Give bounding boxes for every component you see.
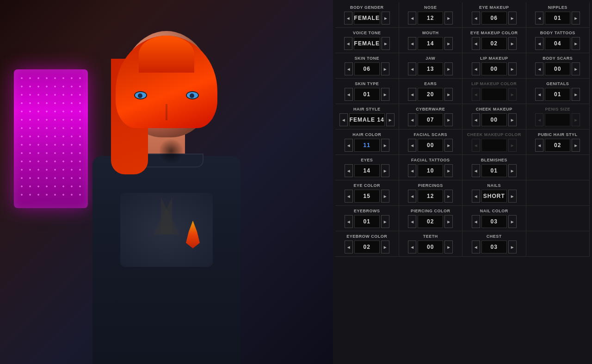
attr-btn-left-5-1[interactable]: ◄ xyxy=(408,139,416,152)
attr-label-1-0: VOICE TONE xyxy=(337,31,397,35)
attr-btn-right-9-2[interactable]: ► xyxy=(508,241,517,253)
attr-btn-right-8-2[interactable]: ► xyxy=(508,215,517,228)
attr-btn-left-3-2: ◄ xyxy=(472,88,480,101)
character-model xyxy=(69,17,264,364)
attr-btn-left-2-2[interactable]: ◄ xyxy=(472,62,480,75)
attr-label-4-2: CHEEK MAKEUP xyxy=(464,107,524,111)
attr-btn-left-0-2[interactable]: ◄ xyxy=(472,12,480,25)
attr-control-4-1: ◄07► xyxy=(401,113,461,126)
attr-btn-left-1-3[interactable]: ◄ xyxy=(535,37,543,50)
attr-cell-8-2: NAIL COLOR◄03► xyxy=(462,206,526,231)
attr-btn-left-8-1[interactable]: ◄ xyxy=(408,215,416,228)
char-neck-tattoo xyxy=(160,137,183,165)
attr-btn-right-8-1[interactable]: ► xyxy=(444,215,453,228)
attr-btn-left-4-0[interactable]: ◄ xyxy=(339,113,348,126)
attr-btn-left-3-3[interactable]: ◄ xyxy=(535,88,543,101)
attr-btn-left-9-2[interactable]: ◄ xyxy=(472,241,480,253)
attr-btn-left-1-1[interactable]: ◄ xyxy=(408,37,416,50)
attr-btn-left-2-3[interactable]: ◄ xyxy=(535,62,543,75)
attr-control-4-0: ◄FEMALE 14► xyxy=(337,113,397,126)
attr-control-5-0: ◄11► xyxy=(337,139,397,152)
attr-btn-right-4-0[interactable]: ► xyxy=(386,113,395,126)
attr-btn-right-5-1[interactable]: ► xyxy=(444,139,453,152)
attr-btn-right-7-2[interactable]: ► xyxy=(508,190,517,203)
attr-btn-right-1-0[interactable]: ► xyxy=(382,37,390,50)
attr-btn-left-2-1[interactable]: ◄ xyxy=(408,62,416,75)
attr-cell-4-3: PENIS SIZE◄► xyxy=(526,104,590,130)
attr-control-0-2: ◄06► xyxy=(464,12,524,25)
attr-btn-left-7-1[interactable]: ◄ xyxy=(408,190,416,203)
attr-btn-left-9-1[interactable]: ◄ xyxy=(408,241,416,253)
attr-btn-right-9-0[interactable]: ► xyxy=(381,241,389,253)
character-view xyxy=(0,0,333,364)
attr-btn-left-6-0[interactable]: ◄ xyxy=(345,164,353,177)
scene-background xyxy=(0,0,333,364)
attr-btn-left-3-0[interactable]: ◄ xyxy=(345,88,353,101)
attr-btn-left-0-1[interactable]: ◄ xyxy=(408,12,416,25)
attr-btn-right-0-3[interactable]: ► xyxy=(572,12,580,25)
attr-btn-right-0-1[interactable]: ► xyxy=(444,12,453,25)
char-eye-left xyxy=(134,91,147,99)
attr-label-4-0: HAIR STYLE xyxy=(337,107,397,111)
attr-btn-left-1-2[interactable]: ◄ xyxy=(472,37,480,50)
attr-btn-left-5-3[interactable]: ◄ xyxy=(535,139,543,152)
attr-cell-2-2: LIP MAKEUP◄00► xyxy=(462,53,526,79)
char-head xyxy=(120,31,213,137)
attr-btn-left-1-0[interactable]: ◄ xyxy=(344,37,352,50)
attr-btn-right-2-0[interactable]: ► xyxy=(381,62,389,75)
attr-cell-7-2: NAILS◄SHORT► xyxy=(462,180,526,206)
attr-value-6-0: 14 xyxy=(354,164,380,177)
attr-btn-right-1-1[interactable]: ► xyxy=(444,37,453,50)
attr-value-2-2: 00 xyxy=(481,62,507,75)
attr-label-0-3: NIPPLES xyxy=(528,5,588,10)
attr-btn-right-2-3[interactable]: ► xyxy=(572,62,580,75)
attr-btn-left-0-3[interactable]: ◄ xyxy=(535,12,543,25)
attr-btn-right-1-3[interactable]: ► xyxy=(572,37,580,50)
attr-btn-right-2-1[interactable]: ► xyxy=(444,62,453,75)
attr-btn-left-8-0[interactable]: ◄ xyxy=(345,215,353,228)
attr-btn-right-6-1[interactable]: ► xyxy=(444,164,453,177)
attr-value-2-1: 13 xyxy=(418,62,443,75)
attr-btn-right-3-1[interactable]: ► xyxy=(444,88,453,101)
attr-btn-left-3-1[interactable]: ◄ xyxy=(408,88,416,101)
attr-label-6-0: EYES xyxy=(337,158,397,162)
attr-btn-left-0-0[interactable]: ◄ xyxy=(344,12,352,25)
attr-btn-left-7-2[interactable]: ◄ xyxy=(472,190,480,203)
attr-value-0-1: 12 xyxy=(418,12,443,25)
attr-btn-right-4-3: ► xyxy=(572,113,580,126)
attr-btn-left-4-1[interactable]: ◄ xyxy=(408,113,416,126)
attr-btn-right-0-2[interactable]: ► xyxy=(508,12,517,25)
attr-control-2-2: ◄00► xyxy=(464,62,524,75)
attr-btn-left-6-2[interactable]: ◄ xyxy=(472,164,480,177)
attr-label-0-0: BODY GENDER xyxy=(337,5,397,10)
attr-btn-left-9-0[interactable]: ◄ xyxy=(345,241,353,253)
attr-btn-right-5-0[interactable]: ► xyxy=(381,139,389,152)
attr-control-1-1: ◄14► xyxy=(401,37,461,50)
attr-btn-left-2-0[interactable]: ◄ xyxy=(345,62,353,75)
attr-btn-right-5-3[interactable]: ► xyxy=(572,139,580,152)
attr-btn-left-5-0[interactable]: ◄ xyxy=(345,139,353,152)
attr-btn-left-7-0[interactable]: ◄ xyxy=(345,190,353,203)
attr-btn-right-9-1[interactable]: ► xyxy=(444,241,453,253)
attr-btn-right-4-2[interactable]: ► xyxy=(508,113,517,126)
attr-btn-right-8-0[interactable]: ► xyxy=(381,215,389,228)
attr-btn-right-2-2[interactable]: ► xyxy=(508,62,517,75)
attr-control-1-3: ◄04► xyxy=(528,37,588,50)
attr-value-3-0: 01 xyxy=(354,88,380,101)
attr-btn-right-3-3[interactable]: ► xyxy=(572,88,580,101)
attr-btn-right-6-2[interactable]: ► xyxy=(508,164,517,177)
attr-btn-right-1-2[interactable]: ► xyxy=(508,37,517,50)
attr-btn-left-4-2[interactable]: ◄ xyxy=(472,113,480,126)
attr-cell-4-0: HAIR STYLE◄FEMALE 14► xyxy=(335,104,399,130)
attr-btn-right-0-0[interactable]: ► xyxy=(382,12,390,25)
attr-btn-right-3-0[interactable]: ► xyxy=(381,88,389,101)
attr-btn-left-8-2[interactable]: ◄ xyxy=(472,215,480,228)
attr-btn-right-7-1[interactable]: ► xyxy=(444,190,453,203)
attr-label-2-1: JAW xyxy=(401,56,461,61)
attr-btn-right-6-0[interactable]: ► xyxy=(381,164,389,177)
attr-btn-right-7-0[interactable]: ► xyxy=(381,190,389,203)
attr-btn-right-4-1[interactable]: ► xyxy=(444,113,453,126)
attr-cell-6-3 xyxy=(526,155,590,180)
attr-label-5-0: HAIR COLOR xyxy=(337,132,397,137)
attr-btn-left-6-1[interactable]: ◄ xyxy=(408,164,416,177)
